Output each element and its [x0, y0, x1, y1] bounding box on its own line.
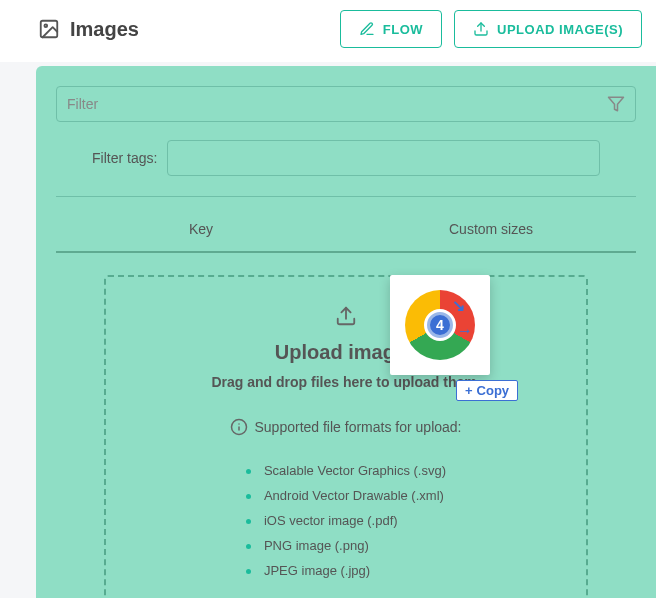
formats-list: Scalable Vector Graphics (.svg)Android V…: [246, 458, 446, 583]
filter-box[interactable]: [56, 86, 636, 122]
filter-icon[interactable]: [607, 95, 625, 113]
header-actions: FLOW UPLOAD IMAGE(S): [340, 10, 642, 48]
copy-badge: + Copy: [456, 380, 518, 401]
svg-marker-3: [609, 97, 624, 111]
upload-icon: [335, 305, 357, 327]
filter-tags-label: Filter tags:: [92, 150, 157, 166]
flow-button-label: FLOW: [383, 22, 423, 37]
copy-label: Copy: [477, 383, 510, 398]
page-header: Images FLOW UPLOAD IMAGE(S): [0, 0, 656, 62]
arrow-icon: ↘: [452, 296, 465, 315]
flow-icon: [359, 21, 375, 37]
upload-button[interactable]: UPLOAD IMAGE(S): [454, 10, 642, 48]
column-custom-sizes: Custom sizes: [346, 207, 636, 251]
upload-icon: [473, 21, 489, 37]
upload-dropzone[interactable]: Upload images Drag and drop files here t…: [104, 275, 588, 598]
dropzone-formats-label: Supported file formats for upload:: [230, 418, 461, 436]
svg-point-1: [44, 24, 47, 27]
arrow-icon: →: [457, 322, 473, 340]
main-panel: Filter tags: Key Custom sizes Upload ima…: [36, 66, 656, 598]
upload-button-label: UPLOAD IMAGE(S): [497, 22, 623, 37]
plus-icon: +: [465, 383, 473, 398]
divider: [56, 196, 636, 197]
filter-tags-input[interactable]: [167, 140, 600, 176]
column-key: Key: [56, 207, 346, 251]
format-item: PNG image (.png): [246, 533, 446, 558]
filter-input[interactable]: [67, 96, 607, 112]
flow-button[interactable]: FLOW: [340, 10, 442, 48]
filter-tags-row: Filter tags:: [56, 140, 636, 196]
header-left: Images: [38, 18, 139, 41]
format-item: Android Vector Drawable (.xml): [246, 483, 446, 508]
formats-label-text: Supported file formats for upload:: [254, 419, 461, 435]
dropzone-title: Upload images: [136, 341, 556, 364]
page-title: Images: [70, 18, 139, 41]
info-icon: [230, 418, 248, 436]
images-icon: [38, 18, 60, 40]
drag-preview: ↘ → 4: [390, 275, 490, 375]
format-item: Scalable Vector Graphics (.svg): [246, 458, 446, 483]
format-item: iOS vector image (.pdf): [246, 508, 446, 533]
drag-count-badge: 4: [427, 312, 453, 338]
format-item: JPEG image (.jpg): [246, 558, 446, 583]
table-header: Key Custom sizes: [56, 207, 636, 253]
